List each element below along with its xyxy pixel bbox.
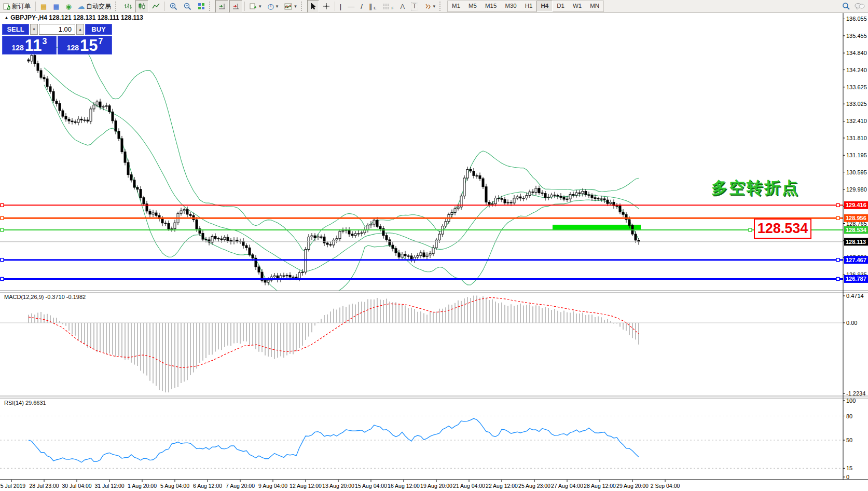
svg-text:135.455: 135.455 bbox=[846, 33, 867, 39]
buy-price-pip: 7 bbox=[98, 37, 103, 46]
fibonacci-tool-button[interactable]: F bbox=[380, 0, 397, 12]
search-icon[interactable] bbox=[842, 2, 850, 10]
svg-text:50: 50 bbox=[846, 437, 852, 443]
svg-text:12 Aug 12:00: 12 Aug 12:00 bbox=[290, 483, 322, 489]
svg-text:134.240: 134.240 bbox=[846, 67, 867, 73]
tf-mn-button[interactable]: MN bbox=[586, 1, 603, 12]
svg-text:-1.2234: -1.2234 bbox=[846, 390, 865, 397]
svg-text:132.410: 132.410 bbox=[846, 118, 867, 124]
symbol-ohlc-bar: ▲ GBPJPY-,H4 128.121 128.131 128.111 128… bbox=[4, 14, 143, 21]
dropdown-caret-icon: ▾ bbox=[294, 4, 297, 9]
vertical-line-tool-button[interactable]: | bbox=[337, 0, 344, 12]
tile-windows-icon bbox=[198, 3, 205, 10]
symbol-name: GBPJPY-,H4 bbox=[10, 14, 47, 21]
rsi-indicator-label: RSI(14) 29.6631 bbox=[4, 400, 46, 406]
tf-m30-button[interactable]: M30 bbox=[501, 1, 520, 12]
tf-m1-button[interactable]: M1 bbox=[448, 1, 464, 12]
horizontal-line-tool-button[interactable]: — bbox=[345, 0, 357, 12]
tf-d1-button[interactable]: D1 bbox=[553, 1, 569, 12]
line-chart-button[interactable] bbox=[149, 0, 162, 12]
sell-button[interactable]: SELL bbox=[2, 24, 29, 35]
chart-shift-button[interactable] bbox=[229, 0, 242, 12]
svg-text:5 Aug 04:00: 5 Aug 04:00 bbox=[160, 483, 189, 489]
tf-m5-button[interactable]: M5 bbox=[464, 1, 481, 12]
dropdown-caret-icon: ▾ bbox=[433, 4, 436, 9]
buy-price-prefix: 128 bbox=[67, 44, 79, 52]
fibonacci-f-label: F bbox=[392, 6, 394, 10]
buy-button[interactable]: BUY bbox=[85, 24, 112, 35]
svg-text:129.416: 129.416 bbox=[846, 202, 866, 208]
tf-h4-button[interactable]: H4 bbox=[536, 1, 553, 12]
bar-chart-button[interactable] bbox=[121, 0, 134, 12]
new-chart-dropdown-button[interactable]: ▾ bbox=[247, 0, 264, 12]
svg-text:131.195: 131.195 bbox=[846, 152, 867, 158]
text-tool-button[interactable]: A bbox=[398, 0, 408, 12]
crosshair-tool-button[interactable] bbox=[320, 0, 333, 12]
candlestick-chart-button[interactable] bbox=[135, 0, 148, 12]
volume-input[interactable] bbox=[39, 24, 75, 35]
svg-text:16 Aug 12:00: 16 Aug 12:00 bbox=[388, 483, 420, 489]
buy-price-main: 15 bbox=[80, 38, 98, 53]
text-label-tool-button[interactable]: T bbox=[408, 0, 420, 12]
chat-icon[interactable] bbox=[855, 3, 865, 10]
svg-text:30 Jul 04:00: 30 Jul 04:00 bbox=[62, 483, 91, 489]
dropdown-caret-icon: ▾ bbox=[259, 4, 261, 9]
signals-button[interactable]: ◉ bbox=[63, 0, 74, 12]
price-tag: 128.956 bbox=[844, 214, 868, 222]
svg-text:25 Aug 23:00: 25 Aug 23:00 bbox=[518, 483, 550, 489]
tf-w1-button[interactable]: W1 bbox=[569, 1, 586, 12]
one-click-trading-panel: SELL ▾ ▴ BUY 128 11 3 128 15 7 bbox=[2, 24, 112, 54]
svg-text:2 Sep 04:00: 2 Sep 04:00 bbox=[651, 483, 680, 489]
tf-h1-button[interactable]: H1 bbox=[521, 1, 537, 12]
price-tag: 128.113 bbox=[844, 238, 868, 246]
sell-price-button[interactable]: 128 11 3 bbox=[2, 36, 57, 54]
svg-text:22 Aug 12:00: 22 Aug 12:00 bbox=[486, 483, 518, 489]
new-chart-window-button[interactable]: ▦ bbox=[50, 0, 62, 12]
zoom-in-button[interactable] bbox=[167, 0, 180, 12]
buy-price-button[interactable]: 128 15 7 bbox=[58, 36, 112, 54]
price-tag: 126.787 bbox=[844, 275, 868, 283]
svg-text:6 Aug 12:00: 6 Aug 12:00 bbox=[193, 483, 222, 489]
tile-windows-button[interactable] bbox=[195, 0, 208, 12]
new-chart-plus-icon bbox=[250, 3, 257, 10]
channel-tool-button[interactable]: ∥E bbox=[366, 0, 379, 12]
autotrading-button[interactable]: ☁ 自动交易 bbox=[75, 0, 114, 12]
sell-price-main: 11 bbox=[25, 38, 42, 53]
new-order-label: 新订单 bbox=[12, 2, 31, 11]
volume-decrease-button[interactable]: ▾ bbox=[30, 24, 38, 35]
trendline-icon: / bbox=[361, 3, 363, 10]
arrows-tool-button[interactable]: ▾ bbox=[422, 0, 438, 12]
price-tag: 127.467 bbox=[844, 256, 868, 264]
svg-text:128.113: 128.113 bbox=[846, 239, 866, 245]
new-order-button[interactable]: 新订单 bbox=[1, 0, 33, 12]
arrows-icon bbox=[424, 3, 431, 10]
cursor-icon bbox=[310, 3, 316, 10]
auto-scroll-icon bbox=[218, 3, 226, 10]
svg-text:100: 100 bbox=[846, 398, 856, 404]
volume-increase-button[interactable]: ▴ bbox=[76, 24, 84, 35]
price-tag: 128.534 bbox=[844, 226, 868, 234]
crosshair-icon bbox=[323, 3, 330, 10]
auto-scroll-button[interactable] bbox=[215, 0, 228, 12]
period-dropdown-button[interactable]: ◷ ▾ bbox=[265, 0, 281, 12]
price-tag: 129.416 bbox=[844, 201, 868, 209]
text-icon: A bbox=[401, 3, 405, 10]
trendline-tool-button[interactable]: / bbox=[358, 0, 365, 12]
svg-text:29 Aug 20:00: 29 Aug 20:00 bbox=[616, 483, 649, 489]
autotrading-label: 自动交易 bbox=[86, 2, 111, 11]
svg-text:134.840: 134.840 bbox=[846, 50, 867, 56]
svg-text:128.534: 128.534 bbox=[846, 227, 867, 233]
svg-text:126.787: 126.787 bbox=[846, 276, 866, 282]
cursor-tool-button[interactable] bbox=[307, 0, 319, 12]
chart-area[interactable]: 136.055135.455134.840134.240133.625133.0… bbox=[0, 0, 868, 491]
signal-icon: ◉ bbox=[66, 3, 72, 10]
zoom-out-button[interactable] bbox=[181, 0, 194, 12]
svg-text:0: 0 bbox=[846, 474, 849, 480]
svg-text:80: 80 bbox=[846, 413, 852, 419]
data-folder-button[interactable]: ▤ bbox=[38, 0, 49, 12]
svg-text:13 Aug 20:00: 13 Aug 20:00 bbox=[322, 483, 354, 489]
indicators-dropdown-button[interactable]: ▾ bbox=[282, 0, 299, 12]
line-chart-icon bbox=[152, 3, 160, 10]
svg-text:133.625: 133.625 bbox=[846, 84, 867, 90]
tf-m15-button[interactable]: M15 bbox=[481, 1, 501, 12]
